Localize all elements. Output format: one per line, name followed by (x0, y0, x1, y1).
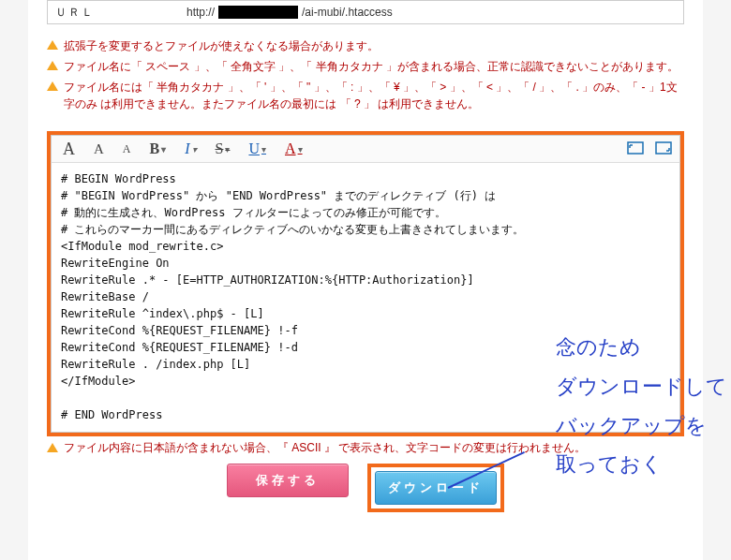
strike-button[interactable]: S▾ (212, 140, 234, 157)
collapse-icon[interactable] (655, 141, 672, 157)
bold-button[interactable]: B▾ (146, 140, 171, 157)
action-button-row: 保存する ダウンロード (28, 464, 703, 512)
file-content-editor[interactable]: # BEGIN WordPress # "BEGIN WordPress" から… (51, 163, 680, 433)
post-editor-warning: ファイル内容に日本語が含まれない場合、『 ASCII 』 で表示され、文字コード… (47, 440, 684, 456)
save-button[interactable]: 保存する (227, 464, 349, 497)
warning-icon (47, 40, 58, 50)
warning-item: ファイル名に「 スペース 」、「 全角文字 」、「 半角カタカナ 」が含まれる場… (47, 58, 684, 75)
editor-highlight-box: A A A B▾ I▾ S▾ U▾ A▾ # BEGIN WordPress #… (47, 131, 684, 436)
warning-icon (47, 443, 58, 452)
fontsize-medium-button[interactable]: A (90, 141, 108, 157)
warning-text: ファイル内容に日本語が含まれない場合、『 ASCII 』 で表示され、文字コード… (64, 440, 586, 456)
warning-text: ファイル名に「 スペース 」、「 全角文字 」、「 半角カタカナ 」が含まれる場… (64, 58, 679, 75)
fontsize-small-button[interactable]: A (119, 142, 135, 156)
warning-item: 拡張子を変更するとファイルが使えなくなる場合があります。 (47, 37, 684, 54)
fontcolor-button[interactable]: A▾ (281, 140, 306, 157)
editor-toolbar: A A A B▾ I▾ S▾ U▾ A▾ (51, 135, 680, 163)
warning-text: ファイル名には「 半角カタカナ 」、「 ' 」、「 " 」、「 : 」、「 ¥ … (64, 79, 684, 112)
warning-item: ファイル名には「 半角カタカナ 」、「 ' 」、「 " 」、「 : 」、「 ¥ … (47, 79, 684, 112)
url-prefix: http:// (186, 6, 215, 19)
url-value: http:// /ai-mubi/.htaccess (179, 1, 683, 23)
warning-icon (47, 81, 58, 91)
expand-icon[interactable] (627, 141, 644, 157)
download-button[interactable]: ダウンロード (375, 471, 497, 505)
warning-icon (47, 61, 58, 70)
italic-button[interactable]: I▾ (181, 140, 200, 157)
url-field-row: ＵＲＬ http:// /ai-mubi/.htaccess (47, 0, 684, 24)
download-highlight-box: ダウンロード (367, 464, 504, 512)
url-redacted (218, 6, 298, 19)
warnings-block: 拡張子を変更するとファイルが使えなくなる場合があります。 ファイル名に「 スペー… (28, 30, 703, 125)
fontsize-large-button[interactable]: A (59, 140, 79, 159)
url-suffix: /ai-mubi/.htaccess (302, 6, 393, 19)
url-label: ＵＲＬ (48, 1, 179, 23)
warning-text: 拡張子を変更するとファイルが使えなくなる場合があります。 (64, 37, 379, 54)
underline-button[interactable]: U▾ (245, 140, 270, 157)
